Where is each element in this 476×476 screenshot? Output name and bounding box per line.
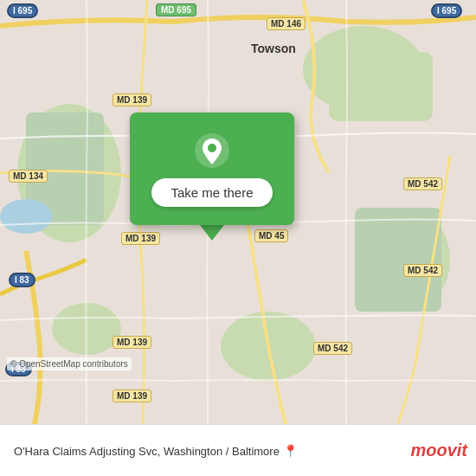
road-badge-md542-3: MD 542 (313, 342, 352, 355)
road-badge-md134: MD 134 (9, 170, 48, 183)
road-badge-md139-4: MD 139 (113, 389, 151, 402)
road-badge-i695-left: I 695 (7, 3, 38, 18)
svg-point-11 (208, 144, 216, 152)
footer-business-info: O'Hara Claims Adjusting Svc, Washington … (14, 444, 410, 458)
popup-container: Take me there (130, 113, 294, 241)
osm-attribution: © OpenStreetMap contributors (7, 357, 132, 370)
popup-tail (200, 225, 224, 241)
road-badge-md542-2: MD 542 (403, 264, 442, 277)
svg-rect-3 (329, 52, 433, 121)
road-badge-md139-3: MD 139 (113, 336, 151, 349)
road-badge-md146: MD 146 (267, 17, 306, 30)
footer: O'Hara Claims Adjusting Svc, Washington … (0, 424, 476, 476)
business-name: O'Hara Claims Adjusting Svc (14, 445, 158, 458)
location-pin-icon (193, 132, 231, 170)
take-me-there-button[interactable]: Take me there (151, 178, 272, 207)
svg-point-9 (0, 199, 52, 234)
svg-rect-8 (355, 208, 441, 312)
map-container: Towson I 695 MD 695 I 695 MD 146 MD 139 … (0, 0, 476, 424)
road-badge-i83-1: I 83 (9, 273, 35, 287)
green-popup-box: Take me there (130, 113, 294, 225)
road-badge-md139-1: MD 139 (113, 93, 151, 106)
road-badge-md542-1: MD 542 (403, 177, 442, 190)
road-badge-i695-right: I 695 (431, 3, 462, 18)
map-pin-icon: 📍 (283, 444, 298, 458)
city-label: Towson (251, 42, 296, 55)
region: Washington / Baltimore (164, 445, 280, 458)
moovit-logo: moovit (410, 441, 467, 460)
road-badge-md695: MD 695 (156, 3, 196, 16)
moovit-text: moovit (410, 441, 467, 460)
